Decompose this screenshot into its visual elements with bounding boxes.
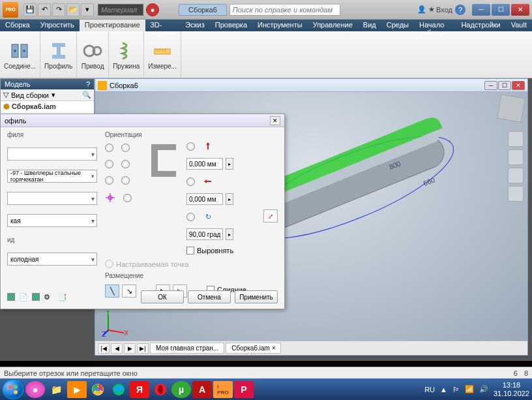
filter-icon[interactable]: ▽ xyxy=(3,91,8,99)
help-icon[interactable]: ? xyxy=(455,5,466,15)
tab-assembly[interactable]: Сборка xyxy=(0,20,35,31)
tray-volume-icon[interactable]: 🔊 xyxy=(479,385,488,393)
orient-radio-6[interactable] xyxy=(121,176,130,185)
tab-view[interactable]: Вид xyxy=(358,20,381,31)
footer-chk-1[interactable] xyxy=(7,293,15,301)
profile-family-combo[interactable] xyxy=(7,147,97,161)
taskbar-app-1[interactable]: ● xyxy=(25,381,45,398)
orient-radio-7[interactable] xyxy=(123,194,132,202)
orient-radio-1[interactable] xyxy=(105,144,113,152)
ribbon-spring-button[interactable]: Пружина xyxy=(109,31,144,78)
cancel-button[interactable]: Отмена xyxy=(188,290,231,303)
angle-input[interactable] xyxy=(186,228,223,240)
window-maximize-button[interactable]: ☐ xyxy=(492,4,510,16)
view-dropdown[interactable]: Вид сборки xyxy=(11,91,49,99)
tab-homepage[interactable]: Моя главная стран... xyxy=(150,343,224,354)
qat-open-icon[interactable]: 📂 xyxy=(66,3,80,16)
tab-design[interactable]: Проектирование xyxy=(80,20,145,31)
orient-radio-r3[interactable] xyxy=(186,213,195,221)
qat-select-icon[interactable]: ▾ xyxy=(81,3,94,16)
taskbar-edge-icon[interactable] xyxy=(109,381,128,398)
doc-close-button[interactable]: ✕ xyxy=(512,81,525,90)
footer-icon-3[interactable]: 📑 xyxy=(58,293,67,301)
taskbar-media-icon[interactable]: ▶ xyxy=(67,381,87,398)
apply-button[interactable]: Применить xyxy=(235,290,278,303)
tab-addins[interactable]: Надстройки xyxy=(456,20,505,31)
orient-radio-r1[interactable] xyxy=(186,142,195,151)
orient-radio-2[interactable] xyxy=(121,144,130,152)
language-indicator[interactable]: RU xyxy=(424,386,435,393)
material-dropdown[interactable]: Материал xyxy=(98,4,143,16)
tab-simplify[interactable]: Упростить xyxy=(35,20,80,31)
tab-prev-button[interactable]: ◀ xyxy=(111,343,123,354)
tray-network-icon[interactable]: 📶 xyxy=(465,385,474,393)
tab-last-button[interactable]: ▶| xyxy=(137,343,149,354)
search-icon[interactable]: 🔍 xyxy=(82,91,91,99)
ribbon-profile-button[interactable]: Профиль xyxy=(40,31,77,78)
qat-undo-icon[interactable]: ↶ xyxy=(38,3,51,16)
dialog-close-button[interactable]: ✕ xyxy=(270,116,280,125)
taskbar-powerpoint-icon[interactable]: P xyxy=(234,381,254,398)
help-search-input[interactable] xyxy=(229,4,340,16)
tab-next-button[interactable]: ▶ xyxy=(124,343,136,354)
tray-flag-icon[interactable]: 🏳 xyxy=(452,386,460,393)
spin-button[interactable]: ▸ xyxy=(226,158,233,170)
profile-material-combo[interactable]: колодная xyxy=(7,253,97,266)
window-close-button[interactable]: ✕ xyxy=(511,4,529,16)
dialog-titlebar[interactable]: офиль ✕ xyxy=(1,114,284,127)
doc-maximize-button[interactable]: ☐ xyxy=(498,81,511,90)
tab-first-button[interactable]: |◀ xyxy=(98,343,110,354)
ribbon-measure-button[interactable]: Измере... xyxy=(144,31,181,78)
system-clock[interactable]: 13:18 31.10.2022 xyxy=(494,381,529,397)
start-button[interactable] xyxy=(3,380,23,399)
taskbar-inventor-icon[interactable]: IPRO xyxy=(213,381,233,398)
tab-3dmodel[interactable]: 3D-модель xyxy=(145,20,181,31)
profile-size-combo[interactable] xyxy=(7,192,97,205)
tab-vault[interactable]: Vault xyxy=(506,20,532,31)
taskbar-yandex-icon[interactable]: Я xyxy=(130,381,149,398)
model-browser-header[interactable]: Модель ? xyxy=(1,79,94,89)
dropdown-arrow-icon[interactable]: ▾ xyxy=(52,91,55,99)
tab-assembly-doc[interactable]: Сборка6.iam × xyxy=(226,343,281,354)
taskbar-acrobat-icon[interactable]: A xyxy=(192,381,212,398)
taskbar-utorrent-icon[interactable]: µ xyxy=(171,381,191,398)
ribbon-drive-button[interactable]: Привод xyxy=(77,31,109,78)
footer-icon-2[interactable]: ⚙ xyxy=(44,293,50,301)
orient-radio-5[interactable] xyxy=(105,176,113,185)
sign-in-link[interactable]: 👤 ★ Вход xyxy=(417,5,452,14)
document-tab[interactable]: Сборка6 xyxy=(179,4,227,16)
origin-point-icon[interactable] xyxy=(105,192,115,203)
ok-button[interactable]: ОК xyxy=(141,290,184,303)
help-icon[interactable]: ? xyxy=(86,80,90,88)
taskbar-opera-icon[interactable] xyxy=(151,381,170,398)
spin-button[interactable]: ▸ xyxy=(226,193,233,205)
tab-sketch[interactable]: Эскиз xyxy=(180,20,209,31)
nav-zoom-icon[interactable] xyxy=(508,186,524,202)
nav-orbit-icon[interactable] xyxy=(508,149,524,165)
taskbar-chrome-icon[interactable] xyxy=(88,381,108,398)
ribbon-connection-button[interactable]: Соедине... xyxy=(0,31,40,78)
document-window-titlebar[interactable]: Сборка6 ─ ☐ ✕ xyxy=(95,79,527,92)
tab-environments[interactable]: Среды xyxy=(381,20,414,31)
align-checkbox[interactable] xyxy=(186,247,194,254)
viewcube[interactable] xyxy=(497,94,525,123)
model-tree-root[interactable]: ⬢ Сборка6.iam xyxy=(1,101,94,112)
nav-home-icon[interactable] xyxy=(508,131,524,147)
footer-chk-2[interactable] xyxy=(32,293,40,301)
qat-save-icon[interactable]: 💾 xyxy=(23,3,37,16)
window-minimize-button[interactable]: ─ xyxy=(472,4,490,16)
orient-radio-4[interactable] xyxy=(121,160,130,168)
qat-redo-icon[interactable]: ↷ xyxy=(52,3,65,16)
appearance-icon[interactable]: ● xyxy=(146,3,159,16)
tab-tools[interactable]: Инструменты xyxy=(252,20,308,31)
orient-radio-3[interactable] xyxy=(105,160,113,168)
taskbar-explorer-icon[interactable]: 📁 xyxy=(46,381,66,398)
spin-button[interactable]: ▸ xyxy=(226,228,233,240)
offset-y-input[interactable] xyxy=(186,193,223,205)
tray-arrow-icon[interactable]: ▲ xyxy=(440,386,447,393)
mirror-button[interactable]: ⤢ xyxy=(263,209,278,223)
doc-minimize-button[interactable]: ─ xyxy=(484,81,497,90)
profile-standard-combo[interactable]: -97 - Швеллеры стальные горячекатан xyxy=(7,170,97,183)
tab-manage[interactable]: Управление xyxy=(308,20,358,31)
tab-getstarted[interactable]: Начало работы xyxy=(414,20,456,31)
